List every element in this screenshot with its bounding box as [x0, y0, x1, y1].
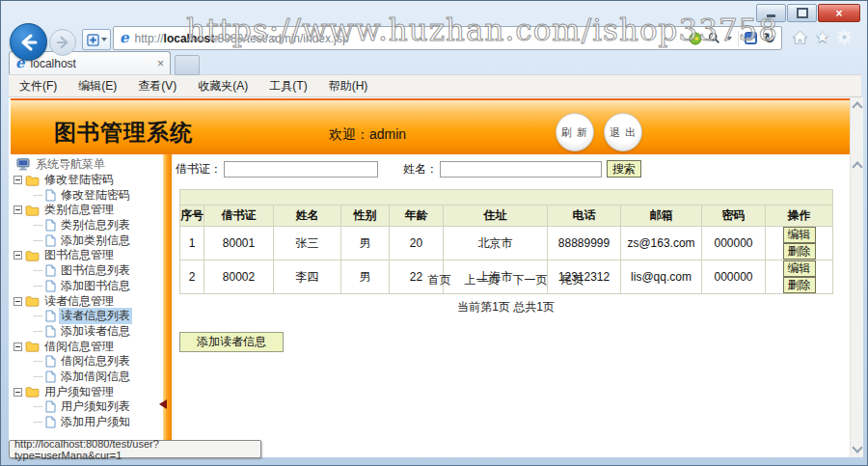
sidebar-item-label[interactable]: 添加借阅信息: [59, 369, 132, 385]
sidebar-folder-reader[interactable]: 读者信息管理: [11, 293, 163, 309]
sidebar-folder-notice[interactable]: 用户须知管理: [11, 384, 163, 399]
col-address: 住址: [444, 206, 548, 227]
accelerator-icon[interactable]: [689, 32, 702, 45]
sidebar-item-label[interactable]: 添加图书信息: [59, 278, 132, 294]
tree-connector: [34, 286, 42, 287]
cell-age: 20: [390, 227, 444, 260]
delete-button[interactable]: 删除: [783, 243, 816, 260]
sidebar-item-label[interactable]: 类别信息列表: [59, 217, 132, 233]
collapse-icon[interactable]: [14, 176, 22, 184]
sidebar-item-label[interactable]: 借阅信息列表: [59, 353, 132, 370]
collapse-icon[interactable]: [14, 297, 22, 306]
folder-icon: [25, 250, 40, 261]
logout-button[interactable]: 退 出: [604, 113, 642, 151]
frame-scroll-up-icon[interactable]: [852, 161, 862, 172]
card-no-input[interactable]: [224, 161, 378, 178]
card-no-label: 借书证：: [176, 161, 222, 178]
sidebar-item-label[interactable]: 添加读者信息: [59, 323, 132, 340]
back-button[interactable]: [10, 23, 47, 61]
folder-icon: [25, 295, 40, 307]
sidebar-item-label[interactable]: 修改登陆密码: [59, 187, 132, 204]
menu-edit[interactable]: 编辑(E): [68, 78, 127, 95]
sidebar-item-label-selected[interactable]: 读者信息列表: [59, 308, 132, 324]
file-icon: [45, 219, 56, 232]
sidebar-item-book-add[interactable]: 添加图书信息: [11, 279, 163, 294]
sidebar-item-reader-add[interactable]: 添加读者信息: [11, 324, 163, 340]
vertical-scrollbar[interactable]: [850, 97, 863, 457]
name-input[interactable]: [440, 161, 602, 178]
sidebar-item-label[interactable]: 添加用户须知: [59, 414, 132, 430]
main-content: 借书证： 姓名： 搜索 序号 借书证 姓名 性: [172, 154, 848, 457]
refresh-icon[interactable]: ↻: [763, 31, 775, 45]
tab-close-icon[interactable]: ×: [157, 58, 164, 69]
collapse-icon[interactable]: [14, 251, 22, 260]
menu-tools[interactable]: 工具(T): [258, 78, 317, 95]
menu-help[interactable]: 帮助(H): [318, 78, 379, 95]
minimize-button[interactable]: [756, 4, 786, 22]
sidebar-item-notice-list[interactable]: 用户须知列表: [11, 399, 163, 415]
col-card: 借书证: [204, 206, 274, 227]
maximize-button[interactable]: [787, 4, 817, 22]
search-icon[interactable]: [708, 32, 720, 44]
file-icon: [45, 400, 56, 413]
edit-button[interactable]: 编辑: [783, 227, 816, 243]
cell-phone: 88889999: [548, 227, 621, 260]
collapse-icon[interactable]: [14, 343, 22, 351]
tree-root[interactable]: 系统导航菜单: [11, 157, 163, 173]
sidebar-item-notice-add[interactable]: 添加用户须知: [11, 415, 163, 430]
forward-button[interactable]: [49, 29, 76, 56]
page-last-link[interactable]: 尾页: [561, 273, 584, 287]
col-gender: 性别: [341, 206, 390, 227]
refresh-page-button[interactable]: 刷 新: [556, 113, 594, 151]
menu-favorites[interactable]: 收藏夹(A): [187, 78, 258, 95]
address-bar[interactable]: e http://localhost:8080/test/admin/index…: [113, 26, 782, 50]
scroll-down-icon[interactable]: [852, 442, 862, 452]
scroll-up-icon[interactable]: [852, 101, 862, 112]
sidebar-item-borrow-list[interactable]: 借阅信息列表: [11, 354, 163, 370]
file-icon: [45, 416, 56, 428]
col-phone: 电话: [548, 206, 621, 227]
search-form: 借书证： 姓名： 搜索: [176, 160, 641, 178]
add-reader-button[interactable]: 添加读者信息: [179, 332, 284, 352]
menu-file[interactable]: 文件(F): [9, 78, 68, 95]
sidebar-item-label[interactable]: 用户须知列表: [59, 398, 132, 415]
sidebar-folder-label[interactable]: 图书信息管理: [42, 247, 116, 263]
collapse-icon[interactable]: [14, 388, 22, 397]
collapse-sidebar-arrow-icon[interactable]: [159, 399, 167, 409]
page-first-link[interactable]: 首页: [428, 273, 451, 287]
search-button[interactable]: 搜索: [607, 160, 641, 178]
tree-connector: [34, 195, 42, 196]
sidebar-folder-label[interactable]: 类别信息管理: [42, 202, 116, 218]
sidebar-folder-label[interactable]: 读者信息管理: [42, 293, 116, 310]
sidebar-item-reader-list[interactable]: 读者信息列表: [11, 309, 163, 324]
collapse-icon[interactable]: [14, 206, 22, 214]
sidebar-folder-book[interactable]: 图书信息管理: [11, 248, 163, 263]
sidebar-item-book-list[interactable]: 图书信息列表: [11, 263, 163, 279]
page-prev-link[interactable]: 上一页: [465, 273, 500, 287]
compatibility-view-icon[interactable]: [745, 32, 757, 44]
sidebar-item-borrow-add[interactable]: 添加借阅信息: [11, 370, 163, 385]
sidebar-folder-category[interactable]: 类别信息管理: [11, 203, 163, 218]
sidebar-folder-password[interactable]: 修改登陆密码: [11, 173, 163, 188]
sidebar-folder-label[interactable]: 修改登陆密码: [42, 172, 116, 188]
sidebar-item-label[interactable]: 图书信息列表: [59, 262, 132, 279]
url-text[interactable]: http://localhost:8080/test/admin/index.j…: [135, 32, 690, 45]
favorites-star-icon[interactable]: ★: [815, 29, 829, 45]
sidebar-folder-label[interactable]: 借阅信息管理: [42, 339, 116, 355]
tree-root-label: 系统导航菜单: [34, 157, 107, 173]
toolbar-addon-button[interactable]: [82, 29, 111, 50]
sidebar-item-category-list[interactable]: 类别信息列表: [11, 218, 163, 233]
sidebar-folder-label[interactable]: 用户须知管理: [42, 384, 116, 400]
menu-view[interactable]: 查看(V): [127, 78, 187, 95]
search-dropdown-icon[interactable]: [726, 37, 732, 41]
home-icon[interactable]: [792, 30, 808, 45]
sidebar-splitter[interactable]: [163, 154, 172, 455]
new-tab-button[interactable]: [175, 55, 200, 75]
sidebar-item-change-password[interactable]: 修改登陆密码: [11, 187, 163, 203]
sidebar-item-category-add[interactable]: 添加类别信息: [11, 233, 163, 248]
sidebar-folder-borrow[interactable]: 借阅信息管理: [11, 339, 163, 354]
settings-gear-icon[interactable]: [836, 29, 853, 45]
close-button[interactable]: ×: [818, 4, 860, 22]
page-next-link[interactable]: 下一页: [513, 273, 548, 287]
sidebar-item-label[interactable]: 添加类别信息: [59, 233, 132, 249]
